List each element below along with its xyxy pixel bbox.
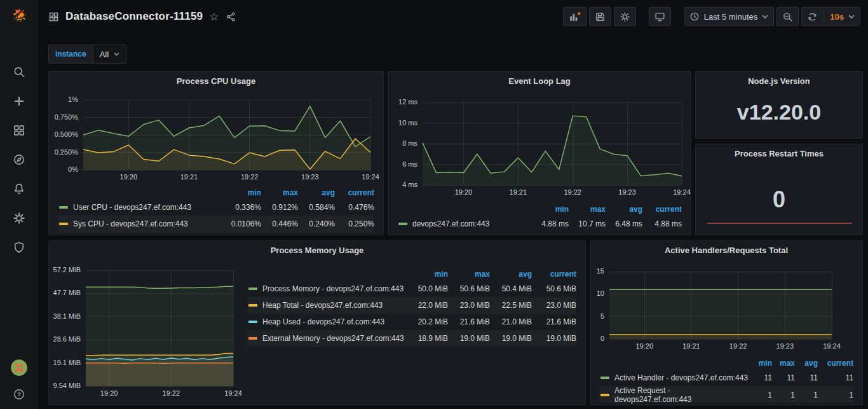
y-axis-tick-label: 0.750% xyxy=(49,113,78,121)
series-label[interactable]: Heap Total - devops247.ef.com:443 xyxy=(262,301,383,310)
panel-title[interactable]: Process Memory Usage xyxy=(49,246,585,255)
memory-legend: minmaxavgcurrentProcess Memory - devops2… xyxy=(247,268,576,347)
series-stat-value: 50.0 MiB xyxy=(409,284,448,293)
template-variables-row: instance All xyxy=(48,45,126,64)
series-stat-value: 23.0 MiB xyxy=(532,301,576,310)
series-label[interactable]: Sys CPU - devops247.ef.com:443 xyxy=(73,219,188,228)
x-axis-tick-label: 19:22 xyxy=(729,342,747,350)
legend-header-avg: avg xyxy=(795,359,818,368)
series-label[interactable]: Active Request - devops247.ef.com:443 xyxy=(614,386,749,404)
kiosk-mode-button[interactable] xyxy=(649,7,671,26)
save-dashboard-button[interactable] xyxy=(589,7,611,26)
variable-value-dropdown[interactable]: All xyxy=(93,45,126,64)
series-stat-value: 0.584% xyxy=(298,203,335,212)
series-stat-value: 1 xyxy=(772,391,795,399)
series-stat-value: 6.48 ms xyxy=(606,219,642,228)
refresh-interval-label[interactable]: 10s xyxy=(830,12,844,22)
legend-series-row[interactable]: Active Request - devops247.ef.com:443111… xyxy=(599,386,853,403)
series-stat-value: 20.2 MiB xyxy=(409,317,448,326)
series-stat-value: 1 xyxy=(818,391,853,399)
time-range-label: Last 5 minutes xyxy=(704,12,758,22)
grafana-dashboard: ? DatabaseConnector-11159 ☆ xyxy=(0,0,868,409)
panel-title[interactable]: Node.js Version xyxy=(696,76,862,86)
x-axis-tick-label: 19:21 xyxy=(682,342,700,350)
series-stat-value: 4.88 ms xyxy=(642,219,682,228)
series-label[interactable]: External Memory - devops247.ef.com:443 xyxy=(262,334,404,343)
series-stat-value: 0.476% xyxy=(335,203,374,212)
event-loop-lag-chart: 12 ms10 ms8 ms6 ms4 ms19:2019:2119:2219:… xyxy=(391,102,682,199)
series-stat-value: 21.6 MiB xyxy=(532,317,576,326)
series-color-swatch xyxy=(248,304,257,307)
series-label[interactable]: devops247.ef.com:443 xyxy=(412,219,489,228)
legend-series-row[interactable]: Heap Total - devops247.ef.com:44322.0 Mi… xyxy=(247,297,576,314)
series-label[interactable]: Active Handler - devops247.ef.com:443 xyxy=(614,373,748,382)
legend-header-max: max xyxy=(569,205,606,214)
series-label[interactable]: Process Memory - devops247.ef.com:443 xyxy=(262,284,403,293)
sidebar: ? xyxy=(0,0,38,409)
legend-series-row[interactable]: Sys CPU - devops247.ef.com:4430.0106%0.4… xyxy=(58,216,374,232)
plot-restart-svg xyxy=(707,208,852,224)
search-icon[interactable] xyxy=(12,65,26,79)
series-stat-value: 50.4 MiB xyxy=(490,284,532,293)
series-stat-value: 21.0 MiB xyxy=(490,317,532,326)
x-axis-tick-label: 19:22 xyxy=(241,173,259,181)
legend-header-current: current xyxy=(818,359,853,368)
refresh-icon[interactable] xyxy=(807,11,818,22)
series-stat-value: 23.0 MiB xyxy=(448,301,490,310)
legend-header-current: current xyxy=(335,188,374,197)
legend-series-row[interactable]: Active Handler - devops247.ef.com:443111… xyxy=(599,370,853,386)
series-stat-value: 50.6 MiB xyxy=(532,284,576,293)
series-label[interactable]: Heap Used - devops247.ef.com:443 xyxy=(262,317,384,326)
dashboard-settings-button[interactable] xyxy=(614,7,636,26)
refresh-button-group[interactable]: 10s xyxy=(801,7,860,26)
panel-title[interactable]: Process Restart Times xyxy=(696,149,862,158)
legend-series-row[interactable]: Process Memory - devops247.ef.com:44350.… xyxy=(247,281,576,297)
series-stat-value: 0.446% xyxy=(261,219,298,228)
star-icon[interactable]: ☆ xyxy=(209,10,219,24)
memory-chart: 57.2 MiB47.7 MiB38.1 MiB28.6 MiB19.1 MiB… xyxy=(50,270,233,400)
server-admin-shield-icon[interactable] xyxy=(12,240,26,254)
panel-title[interactable]: Process CPU Usage xyxy=(49,76,383,86)
explore-compass-icon[interactable] xyxy=(12,153,26,167)
kiosk-monitor-icon xyxy=(654,11,665,22)
handlers-legend: minmaxavgcurrentActive Handler - devops2… xyxy=(599,357,853,403)
x-axis-tick-label: 19:20 xyxy=(120,173,138,181)
y-axis-tick-label: 1% xyxy=(49,95,78,103)
cpu-legend: minmaxavgcurrentUser CPU - devops247.ef.… xyxy=(58,186,374,232)
panel-process-restart-times: Process Restart Times 0 xyxy=(695,144,863,235)
alerting-bell-icon[interactable] xyxy=(12,182,26,196)
legend-series-row[interactable]: User CPU - devops247.ef.com:4430.336%0.9… xyxy=(58,199,374,216)
panel-title[interactable]: Event Loop Lag xyxy=(388,76,691,86)
dashboard-grid-icon xyxy=(48,11,59,22)
panel-title[interactable]: Active Handlers/Requests Total xyxy=(590,246,862,255)
legend-header-min: min xyxy=(533,205,569,214)
chevron-down-icon xyxy=(762,15,768,18)
dashboards-icon[interactable] xyxy=(12,123,26,137)
help-icon[interactable]: ? xyxy=(12,387,26,401)
series-stat-value: 0.336% xyxy=(226,203,261,212)
series-color-swatch xyxy=(248,321,257,323)
user-avatar[interactable] xyxy=(11,359,27,376)
x-axis-tick-label: 19:22 xyxy=(564,188,581,196)
panel-active-handlers-requests: Active Handlers/Requests Total 15105019:… xyxy=(590,240,863,405)
create-plus-icon[interactable] xyxy=(12,94,26,108)
x-axis-tick-label: 19:23 xyxy=(776,342,794,350)
legend-series-row[interactable]: External Memory - devops247.ef.com:44318… xyxy=(247,330,576,347)
zoom-out-button[interactable] xyxy=(776,7,799,26)
series-label[interactable]: User CPU - devops247.ef.com:443 xyxy=(73,203,191,212)
share-icon[interactable] xyxy=(226,11,236,22)
configuration-gear-icon[interactable] xyxy=(12,211,26,225)
legend-series-row[interactable]: devops247.ef.com:4434.88 ms10.7 ms6.48 m… xyxy=(397,216,682,232)
x-axis-tick-label: 19:24 xyxy=(673,188,691,196)
plot-cpu-svg xyxy=(83,100,370,170)
clock-icon xyxy=(689,11,700,22)
add-panel-button[interactable] xyxy=(563,7,587,26)
grafana-logo[interactable] xyxy=(8,6,30,28)
time-range-picker[interactable]: Last 5 minutes xyxy=(684,7,775,26)
save-icon xyxy=(595,11,606,22)
y-axis-tick-label: 8 ms xyxy=(391,139,417,147)
legend-series-row[interactable]: Heap Used - devops247.ef.com:44320.2 MiB… xyxy=(247,314,576,330)
series-stat-value: 22.0 MiB xyxy=(409,301,448,310)
y-axis-tick-label: 15 xyxy=(590,267,604,275)
series-color-swatch xyxy=(59,223,68,225)
